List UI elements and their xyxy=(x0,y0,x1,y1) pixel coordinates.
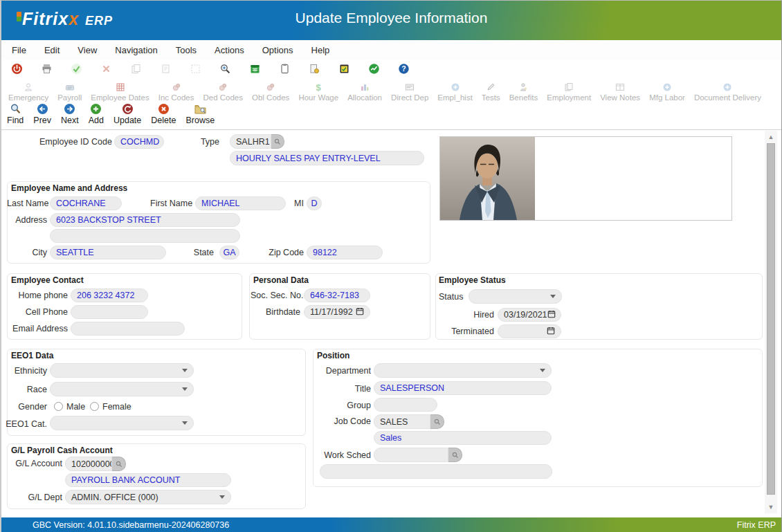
scrollbar-thumb[interactable] xyxy=(767,143,775,495)
gl-account-lookup-button[interactable] xyxy=(112,457,126,471)
module-ded-codes[interactable]: Ded Codes xyxy=(203,82,243,102)
zoom-icon[interactable] xyxy=(219,63,231,75)
first-name-field[interactable]: MICHAEL xyxy=(195,196,286,210)
job-code-field[interactable]: SALES xyxy=(374,414,430,429)
ethnicity-dropdown[interactable] xyxy=(50,363,194,378)
paste-icon[interactable] xyxy=(160,63,172,75)
department-dropdown[interactable] xyxy=(374,363,552,378)
prev-button[interactable]: Prev xyxy=(33,103,51,125)
gl-account-field[interactable]: 102000000 xyxy=(65,457,112,471)
birthdate-field[interactable]: 11/17/1992 xyxy=(304,305,370,319)
select-icon[interactable] xyxy=(190,63,201,75)
type-description-field: HOURLY SALES PAY ENTRY-LEVEL xyxy=(230,151,424,165)
status-title: Employee Status xyxy=(439,275,506,285)
email-field[interactable] xyxy=(71,322,185,336)
menu-view[interactable]: View xyxy=(78,45,97,55)
title-field[interactable]: SALESPERSON xyxy=(374,381,552,395)
app-window: Fitrixx ERP Update Employee Information … xyxy=(0,0,782,532)
cell-phone-label: Cell Phone xyxy=(11,307,68,317)
group-field[interactable] xyxy=(374,398,437,412)
audit-document-icon[interactable] xyxy=(309,63,320,75)
gender-male-radio[interactable] xyxy=(54,402,63,411)
mi-field[interactable]: D xyxy=(307,196,322,210)
module-inc-codes[interactable]: Inc Codes xyxy=(158,82,194,102)
type-lookup-button[interactable] xyxy=(271,134,284,149)
status-dropdown[interactable] xyxy=(469,289,562,304)
module-allocation[interactable]: Allocation xyxy=(347,82,382,102)
home-phone-label: Home phone xyxy=(11,291,68,300)
menu-options[interactable]: Options xyxy=(262,45,293,55)
copy-icon[interactable] xyxy=(130,63,142,75)
folder-search-icon xyxy=(194,103,207,115)
module-hour-wage[interactable]: $Hour Wage xyxy=(298,82,338,102)
menu-edit[interactable]: Edit xyxy=(44,45,60,55)
version-text: GBC Version: 4.01.10.sidebarmenu-2024062… xyxy=(1,520,229,530)
last-name-field[interactable]: COCHRANE xyxy=(50,196,122,210)
menu-help[interactable]: Help xyxy=(311,45,330,55)
city-label: City xyxy=(7,248,47,257)
work-sched-field[interactable] xyxy=(374,448,448,462)
toolbar-divider xyxy=(1,129,781,130)
work-sched-lookup-button[interactable] xyxy=(448,448,462,462)
gender-female-radio[interactable] xyxy=(90,402,99,411)
coin-icon xyxy=(218,82,228,92)
race-dropdown[interactable] xyxy=(50,382,194,396)
print-icon[interactable] xyxy=(41,63,53,75)
calendar-picker-icon[interactable] xyxy=(547,310,556,320)
module-benefits[interactable]: Benefits xyxy=(509,82,538,102)
browse-button[interactable]: Browse xyxy=(185,103,215,125)
chevron-down-icon xyxy=(182,369,188,372)
address1-field[interactable]: 6023 BACKSTOP STREET xyxy=(50,213,240,227)
menu-file[interactable]: File xyxy=(12,45,26,55)
employee-id-field[interactable]: COCHMD xyxy=(114,135,164,149)
city-field[interactable]: SEATTLE xyxy=(50,246,166,259)
module-employment[interactable]: Employment xyxy=(547,82,591,102)
module-obl-codes[interactable]: Obl Codes xyxy=(252,82,289,102)
address2-field[interactable] xyxy=(50,229,240,243)
module-empl-hist[interactable]: Empl_hist xyxy=(437,82,473,102)
hired-field[interactable]: 03/19/2021 xyxy=(498,308,561,322)
notes-window-icon xyxy=(615,82,625,92)
scrollbar-down-arrow[interactable]: ▼ xyxy=(765,503,777,511)
module-payroll[interactable]: Payroll xyxy=(57,82,82,102)
gl-dept-dropdown[interactable]: ADMIN. OFFICE (000) xyxy=(65,490,231,504)
update-button[interactable]: Update xyxy=(113,103,141,125)
calendar-picker-icon[interactable] xyxy=(547,327,555,337)
terminated-field[interactable] xyxy=(498,324,561,338)
clipboard-icon[interactable] xyxy=(279,63,291,75)
cancel-x-icon[interactable] xyxy=(100,63,112,75)
module-tests[interactable]: Tests xyxy=(482,82,500,102)
module-view-notes[interactable]: View Notes xyxy=(600,82,640,102)
scrollbar-up-arrow[interactable]: ▲ xyxy=(765,133,777,141)
accept-check-icon[interactable] xyxy=(71,63,82,75)
home-phone-field[interactable]: 206 3232 4372 xyxy=(71,288,148,302)
next-button[interactable]: Next xyxy=(61,103,79,125)
module-direct-dep[interactable]: Direct Dep xyxy=(391,82,428,102)
ssn-field[interactable]: 646-32-7183 xyxy=(304,288,370,302)
state-field[interactable]: GA xyxy=(219,246,239,259)
module-employee-dates[interactable]: Employee Dates xyxy=(91,82,149,102)
zip-field[interactable]: 98122 xyxy=(307,246,383,259)
find-button[interactable]: Find xyxy=(7,103,24,125)
add-button[interactable]: Add xyxy=(89,103,104,125)
cell-phone-field[interactable] xyxy=(71,305,148,319)
type-field[interactable]: SALHR1 xyxy=(230,134,271,149)
help-icon[interactable]: ? xyxy=(398,63,410,75)
module-emergency[interactable]: Emergency xyxy=(8,82,48,102)
schedule-check-icon[interactable] xyxy=(338,63,350,75)
menu-navigation[interactable]: Navigation xyxy=(115,45,157,55)
calendar-icon[interactable] xyxy=(249,63,261,75)
menu-tools[interactable]: Tools xyxy=(176,45,197,55)
magnifier-icon xyxy=(10,103,21,115)
eeo1-cat-dropdown[interactable] xyxy=(50,416,194,430)
stats-globe-icon[interactable] xyxy=(368,63,380,75)
module-document-delivery[interactable]: Document Delivery xyxy=(694,82,761,102)
job-code-lookup-button[interactable] xyxy=(430,414,444,429)
calendar-picker-icon[interactable] xyxy=(356,307,364,318)
calculator-icon xyxy=(65,82,75,92)
chevron-down-icon xyxy=(219,495,225,499)
power-icon[interactable] xyxy=(11,63,23,75)
menu-actions[interactable]: Actions xyxy=(215,45,244,55)
module-mfg-labor[interactable]: Mfg Labor xyxy=(649,82,685,102)
delete-button[interactable]: Delete xyxy=(151,103,176,125)
